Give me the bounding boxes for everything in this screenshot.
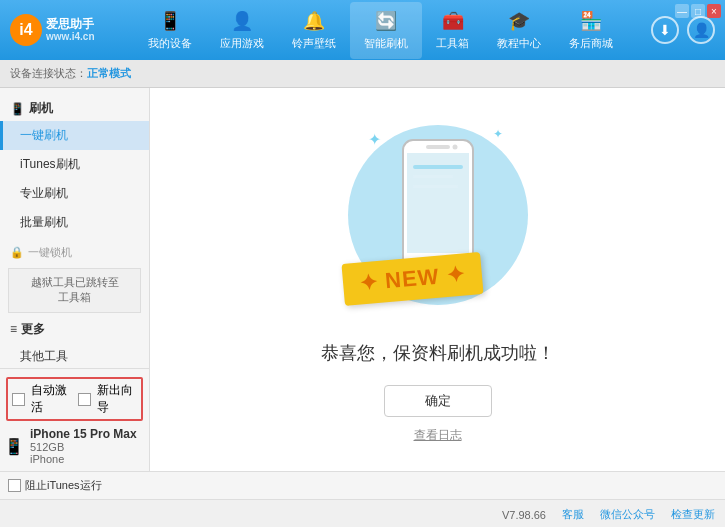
one-key-flash-label: 一键刷机 (20, 127, 68, 144)
sidebar-item-batch-flash[interactable]: 批量刷机 (0, 208, 149, 237)
tab-app-game[interactable]: 👤 应用游戏 (206, 2, 278, 59)
tab-app-game-label: 应用游戏 (220, 36, 264, 51)
app-title: 爱思助手 (46, 17, 95, 31)
sidebar-section-more-header: ≡ 更多 (0, 317, 149, 342)
close-button[interactable]: × (707, 4, 721, 18)
sidebar-item-itunes-flash[interactable]: iTunes刷机 (0, 150, 149, 179)
check-update-link[interactable]: 检查更新 (671, 507, 715, 522)
logo: i4 爱思助手 www.i4.cn (10, 14, 110, 46)
svg-rect-8 (413, 185, 458, 188)
device-info: 📱 iPhone 15 Pro Max 512GB iPhone (0, 425, 149, 467)
sidebar-item-pro-flash[interactable]: 专业刷机 (0, 179, 149, 208)
bottom-bar: V7.98.66 客服 微信公众号 检查更新 (0, 499, 725, 527)
sidebar: 📱 刷机 一键刷机 iTunes刷机 专业刷机 批量刷机 (0, 88, 150, 471)
tab-smart-flash[interactable]: 🔄 智能刷机 (350, 2, 422, 59)
header: i4 爱思助手 www.i4.cn 📱 我的设备 👤 应用游戏 🔔 铃声壁纸 🔄 (0, 0, 725, 60)
success-message: 恭喜您，保资料刷机成功啦！ (321, 341, 555, 365)
sidebar-section-flash-header: 📱 刷机 (0, 96, 149, 121)
download-button[interactable]: ⬇ (651, 16, 679, 44)
device-options-row: 自动激活 新出向导 (6, 377, 143, 421)
flash-section-label: 刷机 (29, 100, 53, 117)
lock-label: 一键锁机 (28, 245, 72, 260)
lock-icon: 🔒 (10, 246, 24, 259)
itunes-label: 阻止iTunes运行 (25, 478, 102, 493)
breadcrumb: 设备连接状态： 正常模式 (0, 60, 725, 88)
more-section-label: 更多 (21, 321, 45, 338)
header-actions: ⬇ 👤 (651, 16, 715, 44)
bottom-right: V7.98.66 客服 微信公众号 检查更新 (502, 507, 715, 522)
tab-tutorial-label: 教程中心 (497, 36, 541, 51)
device-details: iPhone 15 Pro Max 512GB iPhone (30, 427, 137, 465)
tab-smart-flash-label: 智能刷机 (364, 36, 408, 51)
tab-tutorial[interactable]: 🎓 教程中心 (483, 2, 555, 59)
sidebar-section-more: ≡ 更多 其他工具 下载固件 高级功能 (0, 317, 149, 368)
sparkle-2: ✦ (493, 127, 503, 141)
sidebar-top: 📱 刷机 一键刷机 iTunes刷机 专业刷机 批量刷机 (0, 88, 149, 368)
guide-label: 新出向导 (97, 382, 138, 416)
itunes-checkbox[interactable] (8, 479, 21, 492)
ringtone-icon: 🔔 (303, 10, 325, 32)
status-label: 设备连接状态： (10, 66, 87, 81)
smart-flash-icon: 🔄 (375, 10, 397, 32)
sparkle-1: ✦ (368, 130, 381, 149)
nav-tabs: 📱 我的设备 👤 应用游戏 🔔 铃声壁纸 🔄 智能刷机 🧰 工具箱 🎓 (110, 2, 651, 59)
sidebar-section-lock: 🔒 一键锁机 越狱工具已跳转至工具箱 (0, 241, 149, 313)
logo-icon: i4 (10, 14, 42, 46)
tab-ringtone-label: 铃声壁纸 (292, 36, 336, 51)
flash-section-icon: 📱 (10, 102, 25, 116)
auto-activate-label: 自动激活 (31, 382, 72, 416)
sidebar-item-one-key-flash[interactable]: 一键刷机 (0, 121, 149, 150)
sidebar-section-flash: 📱 刷机 一键刷机 iTunes刷机 专业刷机 批量刷机 (0, 96, 149, 237)
tab-my-device[interactable]: 📱 我的设备 (134, 2, 206, 59)
itunes-flash-label: iTunes刷机 (20, 156, 80, 173)
tab-toolbox-label: 工具箱 (436, 36, 469, 51)
device-storage: 512GB (30, 441, 137, 453)
app-subtitle: www.i4.cn (46, 31, 95, 43)
tab-my-device-label: 我的设备 (148, 36, 192, 51)
wechat-link[interactable]: 微信公众号 (600, 507, 655, 522)
tab-service[interactable]: 🏪 务后商城 (555, 2, 627, 59)
svg-point-5 (452, 145, 457, 150)
itunes-bar: 阻止iTunes运行 (0, 471, 725, 499)
tutorial-icon: 🎓 (508, 10, 530, 32)
svg-rect-6 (413, 165, 463, 169)
auto-activate-checkbox[interactable] (12, 393, 25, 406)
other-tools-label: 其他工具 (20, 348, 68, 365)
user-button[interactable]: 👤 (687, 16, 715, 44)
app-game-icon: 👤 (231, 10, 253, 32)
logo-text: 爱思助手 www.i4.cn (46, 17, 95, 43)
success-illustration: ✦ ✦ (338, 115, 538, 325)
maximize-button[interactable]: □ (691, 4, 705, 18)
sidebar-disabled-lock: 🔒 一键锁机 (0, 241, 149, 264)
pro-flash-label: 专业刷机 (20, 185, 68, 202)
device-name: iPhone 15 Pro Max (30, 427, 137, 441)
device-icon: 📱 (4, 437, 24, 456)
content-area: ✦ ✦ (150, 88, 725, 471)
svg-rect-4 (426, 145, 450, 149)
log-link[interactable]: 查看日志 (414, 427, 462, 444)
window-controls: — □ × (675, 4, 721, 18)
confirm-button[interactable]: 确定 (384, 385, 492, 417)
toolbox-icon: 🧰 (442, 10, 464, 32)
tab-ringtone[interactable]: 🔔 铃声壁纸 (278, 2, 350, 59)
svg-rect-7 (413, 175, 453, 178)
tab-service-label: 务后商城 (569, 36, 613, 51)
sidebar-bottom: 自动激活 新出向导 📱 iPhone 15 Pro Max 512GB iPho… (0, 368, 149, 471)
service-icon: 🏪 (580, 10, 602, 32)
tab-toolbox[interactable]: 🧰 工具箱 (422, 2, 483, 59)
my-device-icon: 📱 (159, 10, 181, 32)
customer-service-link[interactable]: 客服 (562, 507, 584, 522)
device-type: iPhone (30, 453, 137, 465)
minimize-button[interactable]: — (675, 4, 689, 18)
sidebar-notice-jailbreak: 越狱工具已跳转至工具箱 (8, 268, 141, 313)
guide-checkbox[interactable] (78, 393, 91, 406)
version: V7.98.66 (502, 509, 546, 521)
batch-flash-label: 批量刷机 (20, 214, 68, 231)
more-section-icon: ≡ (10, 322, 17, 336)
sidebar-item-other-tools[interactable]: 其他工具 (0, 342, 149, 368)
new-badge-text: ✦ NEW ✦ (358, 261, 466, 295)
status-value: 正常模式 (87, 66, 131, 81)
